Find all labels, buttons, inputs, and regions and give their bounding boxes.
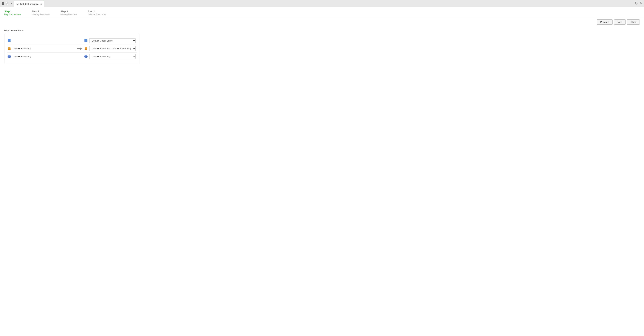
svg-point-19 (8, 47, 10, 48)
svg-point-12 (87, 40, 87, 41)
map-connections-box: → Default Model Server (4, 34, 140, 63)
refresh-icon[interactable]: ↻ (635, 2, 638, 6)
step-4[interactable]: Step 4 Validate Resources (88, 10, 106, 16)
connection-row-1: Data Hub Training (7, 45, 137, 52)
close-button[interactable]: Close (627, 20, 640, 24)
svg-point-15 (87, 40, 87, 40)
step2-label: Step 2 (32, 10, 50, 13)
connection-row-2: Data Hub Training → Data Hub Training (7, 52, 137, 60)
svg-point-6 (10, 40, 10, 41)
step-2[interactable]: Step 2 Missing Resources (32, 10, 50, 16)
step4-sublabel: Validate Resources (88, 13, 106, 16)
model-server-select[interactable]: Default Model Server (89, 38, 136, 43)
previous-button[interactable]: Previous (597, 20, 613, 24)
conn-left-2: Data Hub Training (7, 54, 75, 58)
toolbar-row: Previous Next Close (0, 18, 644, 26)
svg-point-24 (85, 47, 87, 48)
database-right-icon (84, 46, 88, 50)
conn-right-1: Data Hub Training [Data Hub Training] (84, 46, 137, 51)
svg-point-9 (10, 40, 10, 40)
conn-right-0: Default Model Server (84, 38, 137, 43)
content-area: Map Connections (0, 26, 644, 336)
section-title: Map Connections (4, 29, 640, 32)
active-tab[interactable]: My first dashboard.za × (14, 1, 44, 7)
connection-row-0: → Default Model Server (7, 37, 137, 45)
step3-sublabel: Missing Members (60, 13, 77, 16)
step2-sublabel: Missing Resources (32, 13, 50, 16)
model-server-left-icon (7, 39, 11, 42)
step4-label: Step 4 (88, 10, 106, 13)
titlebar: ☰ ↗ My first dashboard.za × ↻ ✎ (0, 0, 644, 7)
cube-row2-name: Data Hub Training (13, 55, 31, 58)
conn-arrow-1 (75, 47, 84, 50)
tab-name: My first dashboard.za (16, 3, 38, 5)
cube-right-icon (84, 54, 88, 58)
step1-label: Step 1 (4, 10, 21, 13)
svg-point-7 (10, 41, 10, 42)
cube-row2-select[interactable]: Data Hub Training (89, 54, 136, 59)
db-row1-name: Data Hub Training (13, 47, 31, 50)
db-row1-select[interactable]: Data Hub Training [Data Hub Training] (89, 46, 136, 51)
next-button[interactable]: Next (614, 20, 626, 24)
database-left-icon (7, 46, 11, 50)
model-server-right-icon (84, 39, 88, 42)
svg-point-13 (87, 41, 87, 42)
conn-left-1: Data Hub Training (7, 46, 75, 50)
cube-left-icon (7, 54, 11, 58)
svg-marker-20 (77, 48, 82, 50)
tab-close-icon[interactable]: × (40, 2, 42, 6)
svg-point-18 (8, 49, 10, 50)
step-3[interactable]: Step 3 Missing Members (60, 10, 77, 16)
menu-icon[interactable]: ☰ (2, 2, 4, 6)
steps-header: Step 1 Map Connections Step 2 Missing Re… (0, 7, 644, 18)
main-container: Step 1 Map Connections Step 2 Missing Re… (0, 7, 644, 336)
step-1[interactable]: Step 1 Map Connections (4, 10, 21, 16)
step1-sublabel: Map Connections (4, 13, 21, 16)
svg-point-23 (85, 49, 87, 50)
conn-right-2: Data Hub Training (84, 54, 137, 59)
step3-label: Step 3 (60, 10, 77, 13)
file-icon (6, 2, 9, 5)
tab-open-icon: ↗ (10, 2, 13, 5)
edit-icon[interactable]: ✎ (640, 2, 642, 6)
conn-left-0 (7, 39, 75, 42)
